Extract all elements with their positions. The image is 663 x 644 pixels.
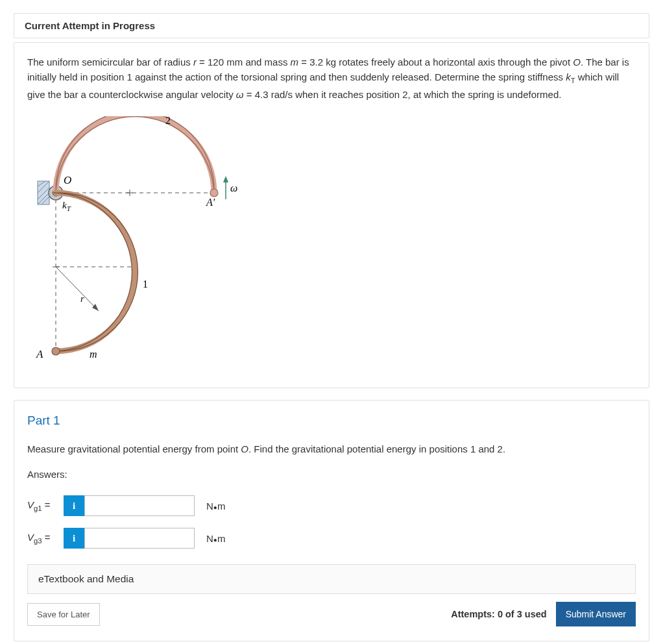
svg-rect-0 bbox=[38, 181, 49, 204]
label-r: r bbox=[80, 293, 84, 304]
answer-row-vg3: Vg3 = i N●m bbox=[27, 528, 636, 549]
answer-input-vg3[interactable] bbox=[84, 528, 195, 549]
label-O: O bbox=[64, 174, 71, 186]
unit-label: N●m bbox=[206, 533, 225, 544]
submit-answer-button[interactable]: Submit Answer bbox=[556, 602, 636, 626]
eq: = bbox=[42, 499, 51, 510]
variable-label: Vg1 = bbox=[27, 499, 56, 512]
eq: = bbox=[42, 532, 51, 543]
problem-statement: The uniform semicircular bar of radius r… bbox=[27, 55, 636, 102]
svg-line-15 bbox=[56, 267, 99, 311]
part-instruction: Measure gravitational potential energy f… bbox=[27, 443, 636, 454]
label-A: A bbox=[36, 348, 43, 360]
svg-point-18 bbox=[52, 347, 60, 355]
svg-text:kT: kT bbox=[62, 200, 71, 212]
unit-N: N bbox=[206, 501, 213, 512]
info-button[interactable]: i bbox=[64, 528, 84, 549]
unit-N: N bbox=[206, 533, 213, 544]
answer-row-vg1: Vg1 = i N●m bbox=[27, 495, 636, 516]
k-symbol: k bbox=[566, 71, 571, 82]
unit-label: N●m bbox=[206, 501, 225, 512]
info-button[interactable]: i bbox=[64, 495, 84, 516]
label-omega: ω bbox=[230, 182, 237, 193]
part-title: Part 1 bbox=[27, 414, 636, 428]
O-symbol: O bbox=[241, 443, 248, 454]
label-1: 1 bbox=[143, 279, 148, 290]
figure: O kT 2 ω A′ 1 r A m bbox=[27, 116, 636, 373]
label-A-prime: A′ bbox=[206, 197, 215, 208]
svg-marker-20 bbox=[223, 176, 228, 182]
text: Measure gravitational potential energy f… bbox=[27, 443, 241, 454]
unit-m: m bbox=[217, 533, 226, 544]
problem-card: The uniform semicircular bar of radius r… bbox=[14, 42, 649, 388]
variable-label: Vg3 = bbox=[27, 532, 56, 545]
answers-label: Answers: bbox=[27, 469, 636, 480]
V-sym: V bbox=[27, 499, 34, 510]
omega-symbol: ω bbox=[236, 89, 244, 100]
save-for-later-button[interactable]: Save for Later bbox=[27, 603, 100, 626]
V-sym: V bbox=[27, 532, 34, 543]
part-card: Part 1 Measure gravitational potential e… bbox=[14, 400, 649, 641]
answer-input-vg1[interactable] bbox=[84, 495, 195, 516]
attempt-header: Current Attempt in Progress bbox=[14, 13, 649, 38]
text: = 4.3 rad/s when it reaches position 2, … bbox=[244, 89, 562, 100]
text: The uniform semicircular bar of radius bbox=[27, 56, 193, 68]
text: = 3.2 kg rotates freely about a horizont… bbox=[298, 56, 573, 68]
T-subscript: T bbox=[571, 77, 575, 84]
attempts-text: Attempts: 0 of 3 used bbox=[451, 609, 546, 619]
O-symbol: O bbox=[573, 56, 581, 68]
etextbook-media-button[interactable]: eTextbook and Media bbox=[27, 564, 636, 594]
semicircular-bar-diagram: O kT 2 ω A′ 1 r A m bbox=[27, 116, 241, 369]
unit-m: m bbox=[217, 501, 226, 512]
footer-row: Save for Later Attempts: 0 of 3 used Sub… bbox=[27, 602, 636, 626]
svg-point-17 bbox=[210, 189, 218, 197]
label-kT-T: T bbox=[67, 204, 71, 212]
label-m: m bbox=[90, 349, 97, 360]
label-2: 2 bbox=[165, 116, 171, 126]
text: . Find the gravitational potential energ… bbox=[248, 443, 505, 454]
V-sub: g3 bbox=[34, 537, 42, 545]
m-symbol: m bbox=[291, 56, 299, 68]
text: = 120 mm and mass bbox=[197, 56, 291, 68]
V-sub: g1 bbox=[34, 504, 42, 512]
